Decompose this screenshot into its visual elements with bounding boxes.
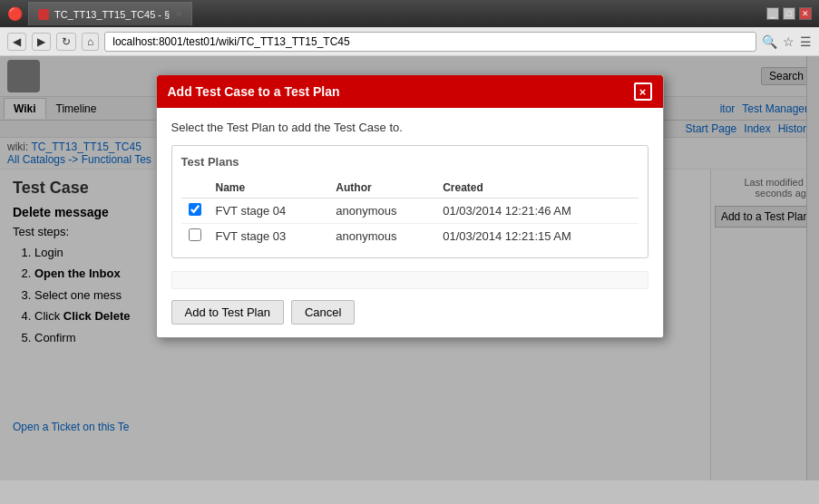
- col-created: Created: [435, 178, 638, 199]
- browser-tab[interactable]: TC_TT13_TT15_TC45 - § ✕: [28, 2, 192, 25]
- browser-search-icon[interactable]: 🔍: [762, 34, 777, 49]
- plan-2-check-cell: [181, 224, 209, 249]
- plan-1-name: FVT stage 04: [209, 199, 329, 224]
- plan-1-author: anonymous: [328, 199, 435, 224]
- forward-button[interactable]: ▶: [32, 33, 51, 51]
- menu-icon[interactable]: ☰: [800, 34, 812, 49]
- bookmark-icon[interactable]: ☆: [783, 34, 795, 49]
- modal-dialog: Add Test Case to a Test Plan × Select th…: [156, 74, 664, 338]
- modal-actions: Add to Test Plan Cancel: [157, 300, 663, 337]
- back-button[interactable]: ◀: [7, 33, 26, 51]
- plan-1-created: 01/03/2014 12:21:46 AM: [435, 199, 638, 224]
- add-to-test-plan-button[interactable]: Add to Test Plan: [171, 300, 284, 325]
- modal-close-button[interactable]: ×: [634, 82, 652, 101]
- plans-table: Name Author Created FVT stage 04: [181, 178, 639, 248]
- tab-favicon: [38, 9, 49, 20]
- plan-1-check-cell: [181, 199, 209, 224]
- table-header-row: Name Author Created: [181, 178, 639, 199]
- tab-title: TC_TT13_TT15_TC45 - §: [54, 9, 170, 20]
- maximize-button[interactable]: □: [783, 7, 795, 20]
- test-plans-title: Test Plans: [181, 155, 639, 169]
- modal-title: Add Test Case to a Test Plan: [168, 84, 340, 99]
- col-author: Author: [328, 178, 435, 199]
- modal-body: Select the Test Plan to add the Test Cas…: [157, 108, 663, 271]
- table-row: FVT stage 04 anonymous 01/03/2014 12:21:…: [181, 199, 639, 224]
- plan-1-checkbox[interactable]: [189, 203, 201, 216]
- table-row: FVT stage 03 anonymous 01/03/2014 12:21:…: [181, 224, 639, 249]
- modal-header: Add Test Case to a Test Plan ×: [157, 75, 663, 108]
- home-button[interactable]: ⌂: [82, 33, 99, 51]
- address-bar: ◀ ▶ ↻ ⌂ 🔍 ☆ ☰: [0, 27, 819, 56]
- test-plans-section: Test Plans Name Author Created: [171, 145, 648, 258]
- minimize-button[interactable]: _: [766, 7, 779, 20]
- modal-spacer: [171, 271, 648, 289]
- title-bar: 🔴 TC_TT13_TT15_TC45 - § ✕ _ □ ✕: [0, 0, 819, 27]
- plan-2-author: anonymous: [328, 224, 435, 249]
- modal-overlay: Add Test Case to a Test Plan × Select th…: [0, 56, 819, 480]
- plan-2-name: FVT stage 03: [209, 224, 329, 249]
- page-wrapper: Search Wiki Timeline itor Test Manager S…: [0, 56, 819, 480]
- modal-description: Select the Test Plan to add the Test Cas…: [171, 121, 648, 134]
- col-name: Name: [209, 178, 329, 199]
- plan-2-checkbox[interactable]: [189, 228, 201, 241]
- window-controls: _ □ ✕: [766, 7, 812, 20]
- tab-close-icon[interactable]: ✕: [175, 9, 182, 19]
- refresh-button[interactable]: ↻: [56, 33, 76, 51]
- plan-2-created: 01/03/2014 12:21:15 AM: [435, 224, 638, 249]
- close-button[interactable]: ✕: [799, 7, 812, 20]
- cancel-button[interactable]: Cancel: [291, 300, 355, 325]
- url-input[interactable]: [104, 32, 756, 52]
- col-check: [181, 178, 209, 199]
